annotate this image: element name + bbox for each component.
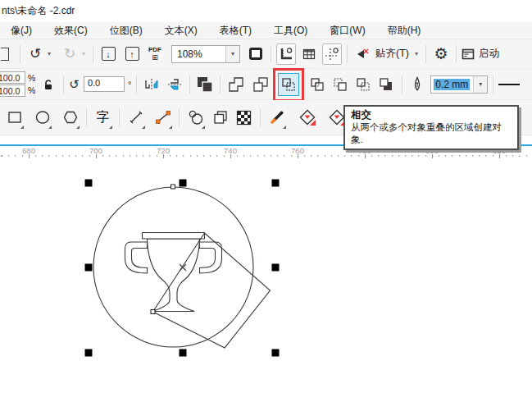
curve-node-top[interactable]	[171, 185, 175, 189]
trophy-body[interactable]	[148, 239, 200, 312]
trophy-left-handle[interactable]	[125, 242, 148, 273]
tooltip-description: 从两个或多个对象重叠的区域创建对象.	[351, 121, 512, 145]
curve-node-diamond[interactable]	[151, 310, 155, 314]
handle-bottom-left[interactable]	[85, 349, 93, 357]
handle-mid-left[interactable]	[85, 264, 93, 272]
tooltip-title: 相交	[351, 108, 512, 121]
intersect-tooltip: 相交 从两个或多个对象重叠的区域创建对象.	[343, 105, 519, 150]
handle-mid-right[interactable]	[272, 264, 280, 272]
handle-top-center[interactable]	[180, 180, 187, 187]
trophy-rim[interactable]	[143, 233, 205, 240]
drawing-canvas[interactable]	[0, 0, 532, 402]
handle-bottom-right[interactable]	[272, 349, 280, 357]
handle-top-right[interactable]	[272, 180, 280, 187]
handle-bottom-center[interactable]	[180, 349, 187, 357]
handle-top-left[interactable]	[85, 180, 93, 187]
trophy-right-handle[interactable]	[200, 242, 222, 273]
